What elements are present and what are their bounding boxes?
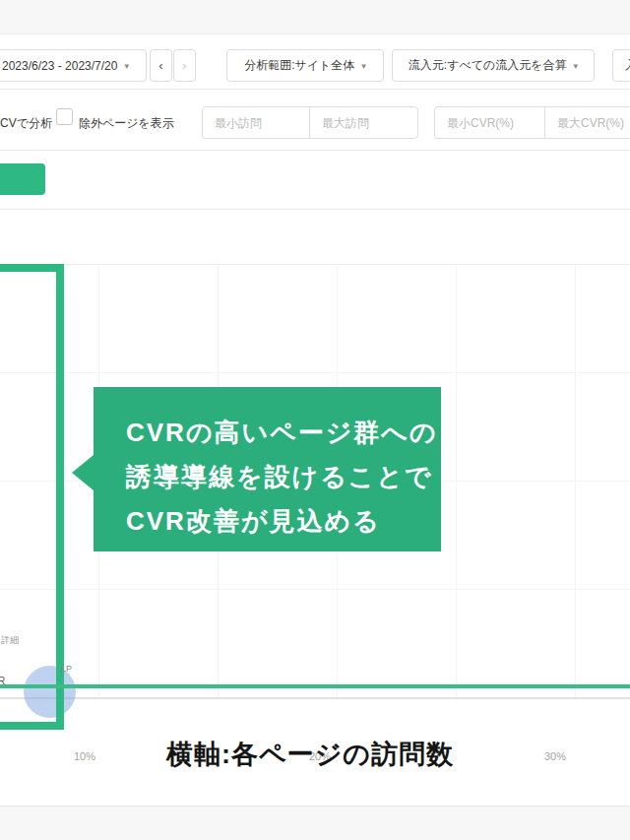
show-excluded-checkbox[interactable] — [56, 108, 73, 125]
apply-filter-button[interactable] — [0, 163, 45, 195]
horizontal-gridline — [0, 372, 630, 373]
chevron-right-icon: › — [182, 58, 186, 73]
max-cvr-input[interactable] — [544, 106, 630, 139]
chevron-down-icon: ▾ — [124, 61, 129, 71]
x-tick-30: 30% — [536, 750, 575, 762]
annotation-callout: CVRの高いページ群への 誘導導線を設けることで CVR改善が見込める — [94, 387, 441, 551]
chart-top-divider — [0, 209, 630, 210]
scope-filter-dropdown[interactable]: 分析範囲:サイト全体 ▾ — [226, 49, 384, 82]
callout-text-line: CVRの高いページ群への — [126, 411, 441, 455]
plot-top-border — [0, 264, 630, 265]
average-cvr-line — [0, 684, 630, 688]
x-axis-annotation: 横軸:各ページの訪問数 — [153, 737, 468, 772]
date-range-picker[interactable]: 2023/6/23 - 2023/7/20 ▾ — [0, 49, 147, 82]
callout-text-line: 誘導導線を設けることで — [126, 455, 441, 499]
entry-page-filter-dropdown[interactable]: 入 — [612, 49, 630, 82]
min-cvr-input[interactable] — [434, 106, 545, 139]
chevron-down-icon: ▾ — [361, 61, 366, 71]
highlight-region-rect — [0, 264, 64, 730]
max-visits-input[interactable] — [309, 106, 418, 139]
next-period-button[interactable]: › — [173, 49, 196, 82]
callout-arrow-left-icon — [72, 455, 94, 490]
cv-analyze-label: CVで分析 — [0, 115, 52, 132]
date-range-value: 2023/6/23 - 2023/7/20 — [2, 59, 117, 73]
x-axis-baseline — [0, 697, 630, 699]
point-label-lp: LP — [61, 664, 72, 674]
scope-filter-value: 分析範囲:サイト全体 — [244, 57, 354, 74]
entry-filter-value: 入 — [625, 57, 630, 74]
source-filter-dropdown[interactable]: 流入元:すべての流入元を合算 ▾ — [392, 49, 595, 82]
min-visits-input[interactable] — [202, 106, 310, 139]
analytics-app-window: 2023/6/23 - 2023/7/20 ▾ ‹ › 分析範囲:サイト全体 ▾… — [0, 0, 630, 840]
detail-link-label[interactable]: 詳細 — [1, 634, 19, 647]
footer-strip — [0, 806, 630, 840]
x-tick-10: 10% — [65, 750, 104, 762]
source-filter-value: 流入元:すべての流入元を合算 — [409, 57, 567, 74]
horizontal-gridline — [0, 589, 630, 590]
show-excluded-label: 除外ページを表示 — [79, 115, 174, 132]
clipped-cvr-label: R — [0, 676, 5, 686]
filters-divider — [0, 150, 630, 151]
toolbar-divider — [0, 89, 630, 90]
prev-period-button[interactable]: ‹ — [150, 49, 172, 82]
callout-text-line: CVR改善が見込める — [126, 499, 441, 544]
chevron-down-icon: ▾ — [574, 61, 579, 71]
top-strip — [0, 0, 630, 34]
chevron-left-icon: ‹ — [158, 58, 162, 73]
